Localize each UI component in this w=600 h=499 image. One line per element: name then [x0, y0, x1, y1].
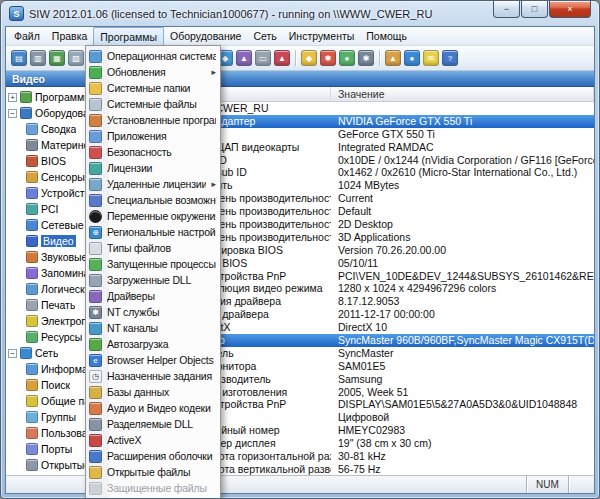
- tree-item-motherboard[interactable]: Материнская плата: [8, 137, 85, 153]
- tree-item-resources[interactable]: Ресурсы: [8, 329, 85, 345]
- tree-item-label: Материнская плата: [41, 139, 85, 151]
- tree-item-open-ports[interactable]: Открытые порты: [8, 457, 85, 473]
- toolbar-security-icon[interactable]: ▲: [274, 50, 290, 66]
- toolbar-home-icon[interactable]: ▲: [385, 50, 401, 66]
- tree-item-users[interactable]: Пользователи: [8, 425, 85, 441]
- menu-item-drivers[interactable]: Драйверы: [86, 288, 220, 304]
- menu-item-environment-variables[interactable]: Переменные окружения: [86, 208, 220, 224]
- toolbar-report-icon[interactable]: ▦: [49, 50, 65, 66]
- tree-item-bios[interactable]: BIOS: [8, 153, 85, 169]
- toolbar-help-icon[interactable]: ?: [442, 50, 458, 66]
- row-value: HMEYC02983: [331, 424, 594, 437]
- row-value: GeForce GTX 550 Ti: [331, 128, 594, 141]
- menu-item-running-processes[interactable]: Запущенные процессы: [86, 256, 220, 272]
- menu-item-nt-pipes[interactable]: NT каналы: [86, 320, 220, 336]
- tree-item-summary[interactable]: Сводка: [8, 121, 85, 137]
- menu-item-audio-video-codecs[interactable]: Аудио и Видео кодеки: [86, 400, 220, 416]
- toolbar-printer-icon[interactable]: ▭: [255, 50, 271, 66]
- toolbar-devices-icon[interactable]: ▲: [236, 50, 252, 66]
- tree-item-label: Печать: [41, 299, 75, 311]
- toolbar-processes-icon[interactable]: ●: [339, 50, 355, 66]
- menu-item-installed-programs[interactable]: Установленные программы: [86, 112, 220, 128]
- menu-item-updates[interactable]: Обновления▸: [86, 64, 220, 80]
- tree-item-logical-disks[interactable]: Логические диски: [8, 281, 85, 297]
- toolbar-summary-icon[interactable]: ▤: [11, 50, 27, 66]
- tree-item-label: Звуковые устройства: [41, 251, 85, 263]
- resources-icon: [26, 331, 38, 343]
- menubar-item-hardware[interactable]: Оборудование: [164, 27, 247, 45]
- tree-item-sensors[interactable]: Сенсоры: [8, 169, 85, 185]
- menubar-item-programs[interactable]: Программы: [93, 27, 164, 45]
- tree-item-devices[interactable]: Устройства: [8, 185, 85, 201]
- menubar-item-edit[interactable]: Правка: [46, 27, 93, 45]
- menubar-item-network[interactable]: Сеть: [247, 27, 282, 45]
- menu-item-system-folders[interactable]: Системные папки: [86, 80, 220, 96]
- tree-expander-icon[interactable]: −: [8, 109, 17, 118]
- menubar-item-tools[interactable]: Инструменты: [283, 27, 360, 45]
- audio-devices-icon: [26, 251, 38, 263]
- menu-item-operating-system[interactable]: Операционная система: [86, 48, 220, 64]
- menu-item-label: Драйверы: [107, 290, 216, 302]
- toolbar-tools-icon[interactable]: ✱: [320, 50, 336, 66]
- tree-item-audio-devices[interactable]: Звуковые устройства: [8, 249, 85, 265]
- tree-item-network-adapters[interactable]: Сетевые адаптеры: [8, 217, 85, 233]
- nt-services-icon: ✱: [89, 306, 102, 319]
- menu-item-licenses[interactable]: Лицензии: [86, 160, 220, 176]
- toolbar-copy-icon[interactable]: ▥: [30, 50, 46, 66]
- app-icon: S: [9, 6, 24, 21]
- menu-item-browser-helper-objects[interactable]: eBrowser Helper Objects: [86, 352, 220, 368]
- menu-item-file-types[interactable]: Типы файлов: [86, 240, 220, 256]
- tree-item-label: Электропитание: [41, 315, 85, 327]
- menu-item-label: Базы данных: [107, 386, 216, 398]
- window-close-button[interactable]: ×: [549, 1, 591, 18]
- tree-item-label: Открытые порты: [41, 459, 85, 471]
- hardware-icon: [20, 107, 32, 119]
- tree-item-printing[interactable]: Печать: [8, 297, 85, 313]
- tree-item-storage-devices[interactable]: Запоминающие устройства: [8, 265, 85, 281]
- tree-item-programs[interactable]: +Программы: [8, 89, 85, 105]
- tree-expander-icon[interactable]: +: [8, 93, 17, 102]
- tree-item-label: Сводка: [41, 123, 76, 135]
- tree-item-search[interactable]: Поиск: [8, 377, 85, 393]
- tree-item-information[interactable]: Информация: [8, 361, 85, 377]
- menubar-item-file[interactable]: Файл: [8, 27, 46, 45]
- menu-item-applications[interactable]: Приложения: [86, 128, 220, 144]
- row-value: Samsung: [331, 373, 594, 386]
- tree-item-pci[interactable]: PCI: [8, 201, 85, 217]
- menu-item-autorun[interactable]: Автозагрузка: [86, 336, 220, 352]
- applications-icon: [89, 130, 102, 143]
- tree-item-label: Ресурсы: [41, 331, 82, 343]
- menu-item-system-files[interactable]: Системные файлы: [86, 96, 220, 112]
- menu-item-databases[interactable]: Базы данных: [86, 384, 220, 400]
- toolbar-web-icon[interactable]: ●: [404, 50, 420, 66]
- menu-item-open-files[interactable]: Открытые файлы: [86, 464, 220, 480]
- menu-item-security[interactable]: Безопасность: [86, 144, 220, 160]
- menu-item-accessibility[interactable]: Специальные возможности: [86, 192, 220, 208]
- menu-item-loaded-dll[interactable]: Загруженные DLL: [86, 272, 220, 288]
- menu-item-nt-services[interactable]: ✱NT службы: [86, 304, 220, 320]
- tree-expander-icon[interactable]: −: [8, 349, 17, 358]
- tree-item-groups[interactable]: Группы: [8, 409, 85, 425]
- window-maximize-button[interactable]: □: [521, 1, 548, 18]
- tree-item-power[interactable]: Электропитание: [8, 313, 85, 329]
- menu-item-remote-licenses[interactable]: Удаленные лицензии▸: [86, 176, 220, 192]
- toolbar-key-icon[interactable]: ◆: [301, 50, 317, 66]
- tree-item-video[interactable]: Видео: [8, 233, 85, 249]
- menu-item-label: Обновления: [107, 66, 206, 78]
- window-minimize-button[interactable]: −: [493, 1, 520, 18]
- tree-item-shared-folders[interactable]: Общие папки: [8, 393, 85, 409]
- menu-item-activex[interactable]: ActiveX: [86, 432, 220, 448]
- menu-item-regional-settings[interactable]: ⊕Региональные настройки: [86, 224, 220, 240]
- toolbar-print-icon[interactable]: ▧: [68, 50, 84, 66]
- tree-item-ports[interactable]: Порты: [8, 441, 85, 457]
- column-header-value[interactable]: Значение: [331, 87, 594, 101]
- menu-item-shell-extensions[interactable]: Расширения оболочки: [86, 448, 220, 464]
- tree-item-hardware[interactable]: −Оборудование: [8, 105, 85, 121]
- menu-item-scheduled-tasks[interactable]: ◷Назначенные задания: [86, 368, 220, 384]
- toolbar-mail-icon[interactable]: ✉: [423, 50, 439, 66]
- tree-item-network[interactable]: −Сеть: [8, 345, 85, 361]
- menu-item-shared-dll[interactable]: Разделяемые DLL: [86, 416, 220, 432]
- toolbar-services-icon[interactable]: ✱: [358, 50, 374, 66]
- installed-programs-icon: [89, 114, 102, 127]
- menubar-item-help[interactable]: Помощь: [360, 27, 413, 45]
